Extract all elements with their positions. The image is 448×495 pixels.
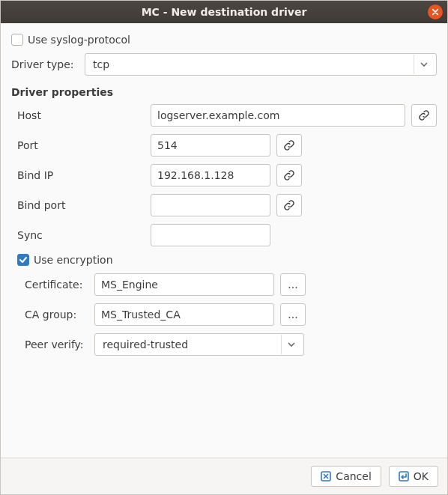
ca-group-input[interactable] <box>94 303 274 326</box>
titlebar: MC - New destination driver <box>1 1 447 23</box>
port-label: Port <box>17 139 145 151</box>
link-icon <box>283 139 295 151</box>
bind-ip-row: Bind IP <box>17 164 437 186</box>
ok-button[interactable]: OK <box>389 466 438 487</box>
driver-type-select[interactable]: tcp <box>85 53 437 76</box>
bind-ip-link-button[interactable] <box>276 164 302 186</box>
cancel-icon <box>321 471 331 482</box>
driver-properties: Host Port Bind IP <box>17 104 437 363</box>
host-link-button[interactable] <box>411 104 437 127</box>
sync-input[interactable] <box>151 224 270 246</box>
cancel-button[interactable]: Cancel <box>311 466 381 487</box>
checkbox-box-checked <box>17 254 29 266</box>
close-icon <box>432 8 439 16</box>
ellipsis-icon: ... <box>288 279 297 291</box>
peer-verify-label: Peer verify: <box>25 338 88 350</box>
certificate-browse-button[interactable]: ... <box>280 273 306 296</box>
sync-label: Sync <box>17 229 145 241</box>
link-icon <box>283 169 295 181</box>
use-encryption-label: Use encryption <box>34 254 113 266</box>
certificate-label: Certificate: <box>25 279 88 291</box>
use-encryption-checkbox[interactable]: Use encryption <box>17 254 437 266</box>
spacer <box>11 363 437 452</box>
ca-group-label: CA group: <box>25 309 88 321</box>
svg-rect-1 <box>399 472 408 481</box>
peer-verify-select[interactable]: required-trusted <box>94 333 304 356</box>
bind-port-link-button[interactable] <box>276 194 302 216</box>
bind-port-input[interactable] <box>151 194 270 216</box>
link-icon <box>418 109 430 121</box>
bind-port-row: Bind port <box>17 194 437 216</box>
use-syslog-protocol-label: Use syslog-protocol <box>28 34 130 46</box>
bind-ip-input[interactable] <box>151 164 270 186</box>
driver-properties-heading: Driver properties <box>11 86 437 98</box>
driver-type-label: Driver type: <box>11 58 79 70</box>
window-close-button[interactable] <box>428 4 443 19</box>
ellipsis-icon: ... <box>288 309 297 321</box>
driver-type-row: Driver type: tcp <box>11 53 437 76</box>
driver-type-value: tcp <box>91 58 109 70</box>
port-input[interactable] <box>151 134 270 157</box>
checkbox-box <box>11 34 23 46</box>
port-link-button[interactable] <box>276 134 302 157</box>
window-title: MC - New destination driver <box>142 6 307 18</box>
sync-row: Sync <box>17 224 437 246</box>
cancel-button-label: Cancel <box>336 470 371 482</box>
ok-button-label: OK <box>414 470 429 482</box>
ca-group-browse-button[interactable]: ... <box>280 303 306 326</box>
peer-verify-row: Peer verify: required-trusted <box>25 333 437 356</box>
dialog-window: MC - New destination driver Use syslog-p… <box>0 0 448 495</box>
enter-icon <box>399 471 409 482</box>
certificate-row: Certificate: ... <box>25 273 437 296</box>
bind-ip-label: Bind IP <box>17 169 145 181</box>
encryption-block: Certificate: ... CA group: ... Peer veri… <box>25 273 437 356</box>
certificate-input[interactable] <box>94 273 274 296</box>
bind-port-label: Bind port <box>17 199 145 211</box>
use-syslog-protocol-checkbox[interactable]: Use syslog-protocol <box>11 34 437 46</box>
dialog-content: Use syslog-protocol Driver type: tcp Dri… <box>1 23 447 458</box>
host-label: Host <box>17 109 145 121</box>
port-row: Port <box>17 134 437 157</box>
peer-verify-value: required-trusted <box>101 338 188 350</box>
chevron-down-icon <box>414 55 433 74</box>
chevron-down-icon <box>281 335 300 354</box>
dialog-footer: Cancel OK <box>1 458 447 494</box>
host-row: Host <box>17 104 437 127</box>
check-icon <box>19 255 28 264</box>
host-input[interactable] <box>151 104 405 127</box>
link-icon <box>283 199 295 211</box>
ca-group-row: CA group: ... <box>25 303 437 326</box>
